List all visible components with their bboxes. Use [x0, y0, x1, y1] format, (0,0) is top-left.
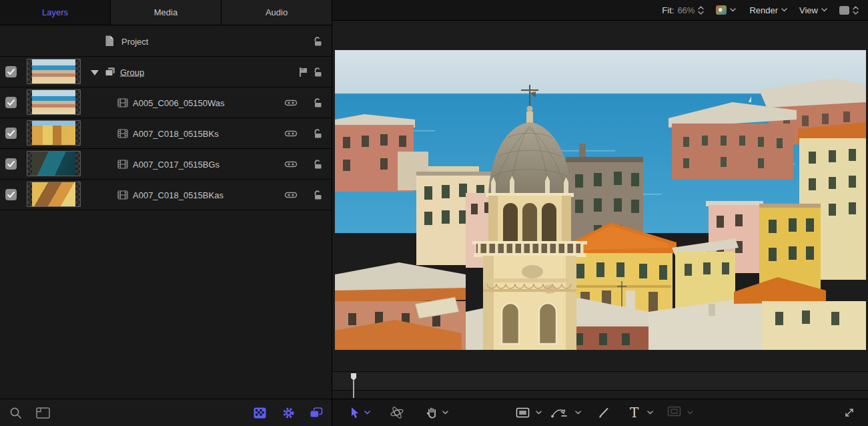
layers-panel: Layers Media Audio Project	[0, 0, 332, 426]
layer-thumbnail[interactable]	[27, 120, 81, 146]
check-icon	[5, 189, 17, 200]
layer-thumbnail-image	[32, 90, 75, 114]
group-checkbox[interactable]	[5, 66, 17, 77]
check-icon	[5, 128, 17, 139]
layer-thumbnail-image	[32, 182, 75, 206]
layer-thumbnail[interactable]	[27, 89, 81, 115]
canvas-toolbar: T	[332, 399, 868, 426]
search-icon[interactable]	[9, 407, 22, 419]
layer-row[interactable]: A007_C017_0515BGs	[0, 149, 332, 180]
bezier-tool-icon[interactable]	[551, 407, 567, 419]
layer-name[interactable]: A007_C017_0515BGs	[133, 159, 220, 169]
layer-name[interactable]: A007_C018_0515BKs	[133, 128, 219, 138]
layer-row[interactable]: A007_C018_0515BKs	[0, 118, 332, 149]
transform-3d-tool-icon[interactable]	[390, 406, 404, 419]
settings-gear-icon[interactable]	[282, 407, 295, 419]
link-icon[interactable]	[284, 160, 298, 168]
text-tool-icon[interactable]: T	[630, 406, 638, 419]
group-icon	[104, 67, 116, 77]
viewer-toolbar: Fit: 66% Render View	[332, 0, 868, 21]
display-select-control[interactable]	[839, 5, 859, 15]
bezier-tool-chevron-icon[interactable]	[575, 411, 581, 415]
lock-icon[interactable]	[312, 67, 323, 77]
color-channels-control[interactable]	[716, 5, 736, 15]
render-menu[interactable]: Render	[749, 5, 787, 15]
layer-checkbox[interactable]	[5, 158, 17, 170]
film-icon	[117, 98, 128, 108]
shape-tool-icon[interactable]	[516, 407, 530, 418]
tab-media[interactable]: Media	[111, 0, 222, 25]
chevron-down-icon	[821, 8, 827, 12]
layer-checkbox[interactable]	[5, 97, 17, 108]
group-row[interactable]: Group	[0, 57, 332, 87]
layer-checkbox[interactable]	[5, 128, 17, 139]
view-menu[interactable]: View	[799, 5, 827, 15]
mask-tool-icon	[667, 406, 681, 419]
pan-tool-icon[interactable]	[426, 407, 438, 419]
layer-row[interactable]: A005_C006_05150Was	[0, 87, 332, 118]
select-tool-icon[interactable]	[350, 407, 360, 419]
group-label[interactable]: Group	[120, 67, 144, 77]
shape-tool-chevron-icon[interactable]	[536, 411, 542, 415]
project-row[interactable]: Project	[0, 26, 332, 57]
check-icon	[5, 66, 17, 77]
link-icon[interactable]	[284, 191, 298, 199]
canvas-viewport[interactable]	[332, 21, 868, 371]
lock-icon[interactable]	[312, 190, 323, 200]
lock-icon[interactable]	[312, 36, 323, 47]
link-icon[interactable]	[284, 130, 298, 138]
lock-icon[interactable]	[312, 128, 323, 139]
project-label: Project	[121, 36, 148, 46]
expand-icon[interactable]	[843, 407, 855, 419]
display-swatch-icon	[839, 6, 849, 15]
show-layers-icon[interactable]	[310, 407, 323, 418]
link-icon[interactable]	[284, 99, 298, 107]
group-thumbnail-image	[32, 59, 75, 83]
layer-checkbox[interactable]	[5, 189, 17, 200]
check-icon	[5, 97, 17, 108]
film-icon	[117, 129, 128, 138]
motion-window: Layers Media Audio Project	[0, 0, 868, 426]
panel-divider	[332, 0, 332, 426]
group-thumbnail[interactable]	[27, 59, 81, 84]
pan-tool-chevron-icon[interactable]	[442, 411, 448, 415]
layers-outline: Project Group	[0, 26, 332, 210]
document-icon	[105, 35, 114, 47]
village-scene	[335, 50, 866, 350]
check-icon	[5, 158, 17, 170]
layer-thumbnail[interactable]	[27, 151, 81, 176]
film-icon	[117, 190, 128, 200]
layer-row[interactable]: A007_C018_0515BKas	[0, 180, 332, 210]
color-channels-icon	[716, 5, 727, 15]
layer-thumbnail[interactable]	[27, 182, 81, 207]
canvas-scale-icon[interactable]	[36, 407, 50, 419]
layer-name[interactable]: A007_C018_0515BKas	[133, 190, 224, 200]
select-tool-chevron-icon[interactable]	[364, 411, 370, 415]
layer-thumbnail-image	[32, 152, 75, 176]
zoom-stepper-icon[interactable]	[698, 5, 704, 15]
disclosure-triangle-icon[interactable]	[91, 70, 99, 75]
lock-icon[interactable]	[312, 159, 323, 170]
layer-thumbnail-image	[32, 121, 75, 145]
tab-layers[interactable]: Layers	[0, 0, 111, 25]
chevron-down-icon	[730, 8, 736, 12]
playhead-icon[interactable]	[350, 373, 358, 398]
panel-tabbar: Layers Media Audio	[0, 0, 332, 25]
tab-audio[interactable]: Audio	[222, 0, 332, 25]
zoom-control[interactable]: Fit: 66%	[662, 5, 704, 15]
render-label: Render	[749, 5, 778, 15]
mini-timeline[interactable]	[332, 371, 868, 391]
paint-tool-icon[interactable]	[598, 407, 610, 419]
layer-name[interactable]: A005_C006_05150Was	[133, 97, 225, 108]
layers-panel-footer	[0, 399, 332, 426]
display-stepper-icon	[853, 5, 859, 15]
fit-label: Fit:	[662, 5, 674, 15]
show-checkerboard-icon[interactable]	[254, 407, 266, 419]
canvas-image[interactable]	[335, 50, 866, 350]
flag-icon[interactable]	[298, 67, 308, 77]
text-tool-chevron-icon[interactable]	[647, 411, 653, 415]
lock-icon[interactable]	[312, 97, 323, 108]
zoom-value: 66%	[677, 5, 695, 15]
film-icon	[117, 160, 128, 169]
chevron-down-icon	[781, 8, 787, 12]
